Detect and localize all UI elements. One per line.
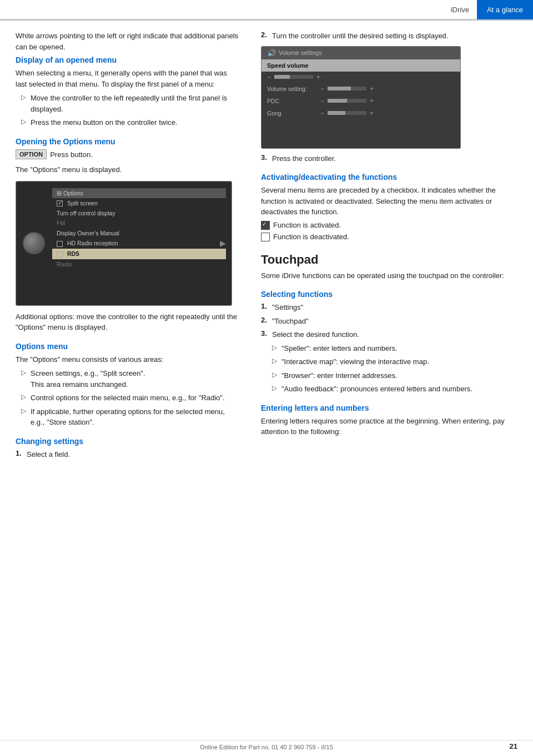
bullet-arrow-audio: ▷ [272, 384, 277, 395]
bullet-arrow-1: ▷ [21, 93, 26, 114]
volume-settings-header: 🔊 Volume settings [262, 47, 460, 59]
bullet-text-speller: "Speller": enter letters and numbers. [281, 343, 398, 354]
options-menu-header: ⊞ Options [52, 188, 226, 198]
intro-text: White arrows pointing to the left or rig… [16, 31, 240, 52]
section-changing-settings-title: Changing settings [16, 437, 240, 446]
options-menu-body: The "Options" menu consists of various a… [16, 354, 240, 365]
sel-step3-text: Select the desired function. [272, 329, 359, 340]
changing-settings-step1: 1. Select a field. [16, 449, 240, 460]
speed-volume-controls: − + [262, 72, 460, 83]
options-menu-display: ⊞ Options Split screen Turn off control … [52, 188, 226, 299]
step3-number: 3. [261, 153, 272, 164]
vol-setting-plus: + [370, 85, 374, 93]
gong-minus: − [320, 109, 324, 117]
bullet-arrow-browser: ▷ [272, 371, 277, 381]
vol-setting-label: Volume setting: [267, 85, 317, 92]
pdc-minus: − [320, 97, 324, 105]
step2-text: Turn the controller until the desired se… [272, 31, 448, 42]
options-radio-label: Radio [52, 259, 226, 269]
section-options-menu-title: Options menu [16, 342, 240, 351]
options-screen-image: ▶ ⊞ Options Split screen Turn off contro… [16, 181, 232, 306]
bullet-move-controller: ▷ Move the controller to the left repeat… [16, 93, 240, 114]
bullet-arrow-4: ▷ [21, 393, 26, 404]
bullet-interactive-map: ▷ "Interactive map": viewing the interac… [261, 356, 506, 367]
activated-label: Function is activated. [273, 221, 341, 229]
sel-step3-num: 3. [261, 329, 272, 340]
options-turn-off: Turn off control display [52, 208, 226, 218]
additional-options-text: Additional options: move the controller … [16, 311, 240, 333]
gong-bar [328, 111, 366, 115]
selecting-step3: 3. Select the desired function. [261, 329, 506, 340]
bullet-text-3a: Screen settings, e.g., "Split screen". [31, 368, 145, 379]
bullet-press-menu-button: ▷ Press the menu button on the controlle… [16, 117, 240, 128]
step2-row: 2. Turn the controller until the desired… [261, 31, 506, 42]
controller-knob-options [23, 232, 45, 254]
gong-row: Gong − + [262, 107, 460, 119]
options-icon: ⊞ [57, 190, 62, 196]
bullet-arrow-map: ▷ [272, 357, 277, 367]
left-column: White arrows pointing to the left or rig… [0, 31, 255, 462]
step2-number: 2. [261, 31, 272, 42]
selecting-step2: 2. "Touchpad" [261, 316, 506, 327]
sel-step1-num: 1. [261, 302, 272, 313]
press-button-text: Press button. [50, 149, 93, 160]
sel-step2-text: "Touchpad" [272, 316, 309, 327]
section-activating-title: Activating/deactivating the functions [261, 173, 506, 182]
sel-step2-num: 2. [261, 316, 272, 327]
pdc-row: PDC − + [262, 95, 460, 107]
touchpad-body: Some iDrive functions can be operated us… [261, 270, 506, 281]
activated-icon [261, 221, 270, 230]
option-button-row: OPTION Press button. [16, 149, 240, 160]
options-hd-radio: HD Radio reception [52, 238, 226, 249]
pdc-bar [328, 99, 366, 103]
bullet-text-4: Control options for the selected main me… [31, 392, 225, 404]
options-result-text: The "Options" menu is displayed. [16, 164, 240, 175]
gong-plus: + [370, 109, 374, 117]
step1-text: Select a field. [27, 449, 70, 460]
volume-settings-title: Volume settings [279, 49, 322, 56]
section-selecting-title: Selecting functions [261, 290, 506, 299]
bullet-text-3b: This area remains unchanged. [31, 379, 145, 390]
bullet-arrow-speller: ▷ [272, 344, 277, 354]
main-content: White arrows pointing to the left or rig… [0, 21, 533, 462]
bullet-browser: ▷ "Browser": enter Internet addresses. [261, 370, 506, 381]
header-section-label: At a glance [477, 0, 533, 19]
entering-body: Entering letters requires some practice … [261, 416, 506, 437]
activated-row: Function is activated. [261, 221, 506, 230]
hd-radio-checkbox [57, 241, 63, 247]
activating-body: Several menu items are preceded by a che… [261, 185, 506, 218]
volume-icon: 🔊 [267, 49, 276, 57]
header-idrive-label: iDrive [443, 1, 477, 18]
volume-setting-row: Volume setting: − + [262, 83, 460, 95]
section1-body: When selecting a menu, it generally open… [16, 68, 240, 89]
step3-row: 3. Press the controller. [261, 153, 506, 164]
bullet-arrow-5: ▷ [21, 407, 26, 428]
options-rds-highlighted: RDS [52, 249, 226, 259]
gong-label: Gong [267, 110, 317, 117]
pdc-plus: + [370, 97, 374, 105]
option-button-icon: OPTION [16, 149, 47, 159]
bullet-text-audio: "Audio feedback": pronounces entered let… [281, 384, 472, 395]
right-column: 2. Turn the controller until the desired… [255, 31, 522, 462]
bullet-audio-feedback: ▷ "Audio feedback": pronounces entered l… [261, 384, 506, 395]
step1-number: 1. [16, 449, 27, 460]
deactivated-icon [261, 233, 270, 241]
options-display-manual: Display Owner's Manual [52, 228, 226, 238]
deactivated-row: Function is deactivated. [261, 233, 506, 241]
options-fm-label: FM [52, 218, 226, 228]
bullet-arrow-2: ▷ [21, 118, 26, 128]
bullet-text-map: "Interactive map": viewing the interacti… [281, 356, 429, 367]
footer-text: Online Edition for Part no. 01 40 2 960 … [200, 744, 333, 750]
selecting-step1: 1. "Settings" [261, 302, 506, 313]
page-number: 21 [510, 742, 517, 750]
rds-checkbox [57, 251, 63, 258]
vol-setting-bar [328, 87, 366, 90]
section-opening-options-title: Opening the Options menu [16, 137, 240, 146]
bullet-speller: ▷ "Speller": enter letters and numbers. [261, 343, 506, 354]
bullet-further-options: ▷ If applicable, further operating optio… [16, 406, 240, 428]
bullet-text-1: Move the controller to the left repeated… [31, 93, 240, 114]
footer: Online Edition for Part no. 01 40 2 960 … [0, 740, 533, 750]
bullet-control-options: ▷ Control options for the selected main … [16, 392, 240, 404]
pdc-label: PDC [267, 98, 317, 104]
split-screen-checkbox [57, 200, 63, 206]
